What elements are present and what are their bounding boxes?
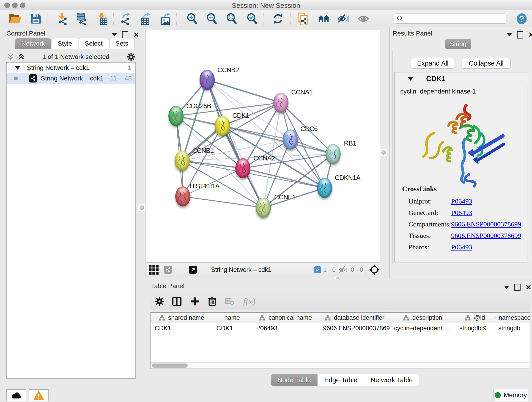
detach-view-button[interactable] bbox=[189, 263, 197, 277]
show-all-button[interactable] bbox=[357, 12, 370, 26]
edge-CDC25B-CDC6[interactable] bbox=[176, 116, 290, 140]
node-CCNA1[interactable] bbox=[273, 93, 288, 113]
import-network-from-database-button[interactable] bbox=[75, 12, 88, 26]
export-table-button[interactable] bbox=[139, 12, 152, 26]
panel-menu-icon[interactable] bbox=[112, 33, 117, 36]
section-collapse-icon[interactable] bbox=[408, 77, 413, 81]
table-cell[interactable]: CDK1 bbox=[212, 323, 252, 333]
cloud-status-button[interactable] bbox=[6, 389, 26, 401]
table-cell[interactable]: P06493 bbox=[252, 323, 319, 333]
panel-close-icon[interactable]: ✕ bbox=[528, 32, 532, 38]
collection-expand-icon[interactable] bbox=[15, 66, 20, 70]
node-CDKN1A[interactable] bbox=[317, 178, 332, 198]
delete-column-button[interactable] bbox=[206, 295, 219, 307]
panel-close-icon[interactable]: ✕ bbox=[526, 284, 531, 290]
crosslink-link-pharos-[interactable]: P06493 bbox=[451, 243, 472, 251]
network-row-selected[interactable]: String Network – cdk1 11 48 bbox=[7, 73, 135, 84]
new-network-from-selection-button[interactable] bbox=[296, 12, 310, 26]
birds-eye-toggle-button[interactable] bbox=[369, 263, 380, 277]
expand-all-chevrons-icon[interactable] bbox=[17, 53, 25, 61]
tab-sets[interactable]: Sets bbox=[109, 38, 134, 49]
create-column-button[interactable] bbox=[188, 295, 201, 307]
panel-float-icon[interactable] bbox=[514, 284, 520, 291]
node-RB1[interactable] bbox=[326, 144, 341, 164]
panel-menu-icon[interactable] bbox=[507, 33, 512, 36]
tab-network[interactable]: Network bbox=[15, 38, 51, 49]
node-CCNE1[interactable] bbox=[256, 198, 271, 218]
tab-string[interactable]: String bbox=[445, 39, 471, 49]
edge-HIST1H1A-CCNE1[interactable] bbox=[183, 196, 263, 208]
node-CCNA2[interactable] bbox=[235, 158, 250, 178]
export-network-button[interactable] bbox=[119, 12, 133, 26]
node-section-header[interactable]: CDK1 bbox=[394, 72, 529, 85]
node-CDK1[interactable] bbox=[215, 116, 230, 136]
export-image-button[interactable] bbox=[159, 12, 172, 26]
column-header-namespace[interactable]: namespace bbox=[494, 313, 530, 323]
crosslink-link-genecard-[interactable]: P06493 bbox=[451, 209, 472, 217]
collapse-all-chevrons-icon[interactable] bbox=[6, 53, 14, 61]
node-CDC6[interactable] bbox=[283, 129, 298, 150]
left-splitter-handle[interactable] bbox=[138, 204, 146, 211]
edge-CCNB1-CCNA2[interactable] bbox=[182, 161, 243, 168]
scrollbar-thumb[interactable] bbox=[152, 364, 188, 368]
help-button[interactable]: ? bbox=[515, 12, 528, 26]
network-canvas[interactable]: CCNB2 CCNA1 CDC25B CDK1 CDC6 RB1 CCNB1 C… bbox=[145, 30, 380, 263]
column-header-description[interactable]: description bbox=[390, 313, 455, 323]
table-settings-button[interactable] bbox=[153, 295, 166, 307]
column-header--id[interactable]: @id bbox=[455, 313, 494, 323]
zoom-out-button[interactable] bbox=[205, 12, 219, 26]
node-CCNB1[interactable] bbox=[175, 151, 190, 171]
node-HIST1H1A[interactable] bbox=[175, 186, 190, 206]
right-splitter-handle[interactable] bbox=[380, 149, 387, 156]
delete-table-button[interactable] bbox=[223, 295, 236, 307]
node-CCNB2[interactable] bbox=[200, 70, 215, 90]
open-session-button[interactable] bbox=[9, 12, 22, 26]
import-table-button[interactable] bbox=[95, 12, 109, 26]
gear-icon[interactable] bbox=[127, 52, 136, 61]
save-session-button[interactable] bbox=[29, 12, 43, 26]
column-header-name[interactable]: name bbox=[212, 313, 252, 323]
table-cell[interactable]: stringdb:9... bbox=[455, 323, 494, 333]
panel-close-icon[interactable]: ✕ bbox=[133, 32, 139, 38]
table-cell[interactable]: CDK1 bbox=[151, 323, 212, 333]
tab-select[interactable]: Select bbox=[79, 38, 109, 49]
column-header-canonical-name[interactable]: canonical name bbox=[252, 313, 319, 323]
crosslink-link-tissues-[interactable]: 9606.ENSP00000378699 bbox=[451, 232, 521, 240]
table-row[interactable]: CDK1CDK1P064939606.ENSP00000378699cyclin… bbox=[151, 323, 530, 333]
edge-CCNB2-CCNA1[interactable] bbox=[207, 80, 281, 103]
tab-edge-table[interactable]: Edge Table bbox=[317, 374, 364, 386]
node-CDC25B[interactable] bbox=[168, 106, 184, 126]
tab-node-table[interactable]: Node Table bbox=[271, 374, 317, 386]
selected-counts[interactable]: 1 - 0 bbox=[314, 263, 336, 277]
search-input[interactable] bbox=[404, 15, 500, 22]
zoom-fit-button[interactable] bbox=[225, 12, 239, 26]
import-network-button[interactable] bbox=[56, 12, 69, 26]
first-neighbors-button[interactable] bbox=[317, 12, 330, 26]
memory-button[interactable]: Memory bbox=[494, 389, 528, 401]
refresh-layout-button[interactable] bbox=[271, 12, 285, 26]
column-header-shared-name[interactable]: shared name bbox=[151, 313, 212, 323]
horizontal-scrollbar[interactable] bbox=[151, 362, 530, 369]
expand-all-button[interactable]: Expand All bbox=[411, 58, 455, 69]
table-cell[interactable]: stringdb bbox=[494, 323, 530, 333]
selected-checkbox-icon[interactable] bbox=[314, 266, 321, 273]
network-collection-row[interactable]: String Network – cdk1 1 bbox=[7, 63, 135, 73]
grid-view-button[interactable] bbox=[148, 263, 159, 277]
hidden-counts[interactable]: 0 - 0 bbox=[339, 263, 363, 277]
zoom-selected-button[interactable] bbox=[246, 12, 259, 26]
table-cell[interactable]: cyclin–dependent ... bbox=[390, 323, 455, 333]
tab-network-table[interactable]: Network Table bbox=[364, 374, 419, 386]
collapse-all-button[interactable]: Collapse All bbox=[462, 58, 511, 69]
panel-float-icon[interactable] bbox=[122, 31, 128, 38]
warnings-button[interactable] bbox=[29, 389, 49, 401]
show-columns-button[interactable] bbox=[171, 295, 183, 307]
column-header-database-identifier[interactable]: database identifier bbox=[319, 313, 390, 323]
panel-menu-icon[interactable] bbox=[504, 286, 509, 289]
hide-selected-button[interactable] bbox=[337, 12, 350, 26]
crosslink-link-uniprot-[interactable]: P06493 bbox=[451, 197, 472, 205]
network-view-mode-button[interactable] bbox=[164, 263, 172, 277]
table-cell[interactable]: 9606.ENSP00000378699 bbox=[319, 323, 390, 333]
zoom-in-button[interactable] bbox=[186, 12, 199, 26]
tab-style[interactable]: Style bbox=[51, 38, 78, 49]
panel-float-icon[interactable] bbox=[517, 31, 523, 38]
